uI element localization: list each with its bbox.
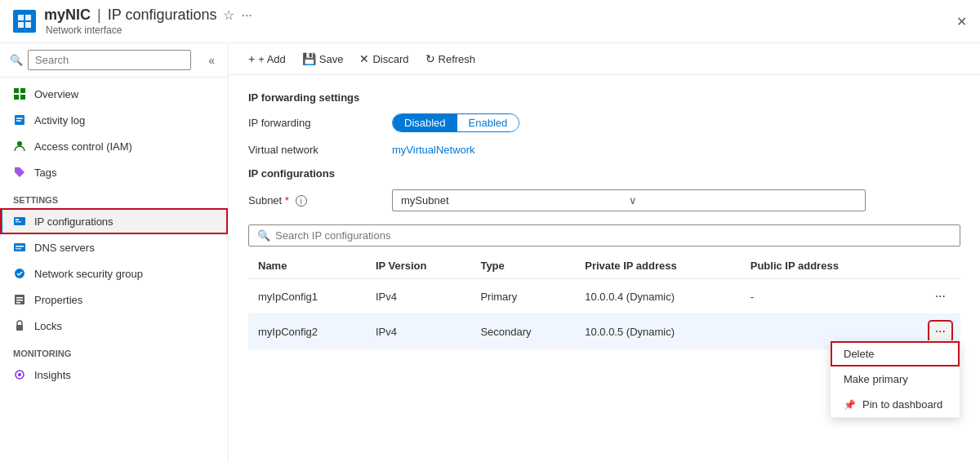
save-label: Save: [319, 53, 344, 65]
row2-ip-version: IPv4: [366, 314, 471, 349]
discard-button[interactable]: ✕ Discard: [353, 48, 415, 69]
required-indicator: *: [285, 194, 289, 207]
subnet-row: Subnet * i mySubnet ∨: [248, 189, 960, 211]
content-area: + + Add 💾 Save ✕ Discard ↻ Refresh: [229, 43, 980, 462]
virtual-network-row: Virtual network myVirtualNetwork: [248, 144, 960, 156]
page-title: IP configurations: [108, 7, 217, 24]
properties-icon: [13, 293, 26, 306]
svg-rect-8: [15, 115, 24, 125]
row1-actions: ···: [901, 279, 960, 314]
activity-log-icon: [13, 113, 26, 127]
refresh-label: Refresh: [439, 53, 476, 65]
ip-forwarding-section-title: IP forwarding settings: [248, 91, 960, 104]
svg-rect-7: [20, 95, 25, 100]
ip-forwarding-row: IP forwarding Disabled Enabled: [248, 113, 960, 132]
refresh-button[interactable]: ↻ Refresh: [419, 48, 483, 69]
row1-more-button[interactable]: ···: [930, 287, 951, 305]
table-search-icon: 🔍: [257, 229, 270, 242]
svg-rect-23: [16, 325, 23, 331]
svg-point-11: [17, 141, 22, 146]
table-row: myIpConfig1 IPv4 Primary 10.0.0.4 (Dynam…: [248, 279, 960, 314]
sidebar-item-network-security-group[interactable]: Network security group: [0, 260, 228, 287]
sidebar-nav: Overview Activity log Access control (IA…: [0, 78, 228, 462]
ip-config-icon: [13, 215, 26, 228]
col-header-private-ip: Private IP address: [575, 253, 741, 279]
tags-label: Tags: [34, 167, 56, 179]
sidebar-item-insights[interactable]: Insights: [0, 362, 228, 388]
sidebar-item-tags[interactable]: Tags: [0, 159, 228, 185]
ip-config-section-title: IP configurations: [248, 167, 960, 180]
context-menu-make-primary[interactable]: Make primary: [831, 366, 960, 392]
sidebar-search-container: 🔍 «: [0, 43, 228, 78]
svg-rect-15: [14, 243, 25, 251]
sidebar-collapse-button[interactable]: «: [205, 51, 218, 70]
context-menu-delete[interactable]: Delete: [831, 341, 960, 366]
svg-rect-17: [16, 248, 21, 250]
row1-private-ip: 10.0.0.4 (Dynamic): [575, 279, 741, 314]
sidebar-item-activity-log[interactable]: Activity log: [0, 107, 228, 133]
activity-log-label: Activity log: [34, 114, 85, 127]
locks-label: Locks: [34, 320, 62, 332]
col-header-ip-version: IP Version: [366, 253, 471, 279]
svg-rect-3: [25, 22, 31, 28]
pin-label: Pin to dashboard: [862, 398, 942, 411]
subnet-info-icon[interactable]: i: [296, 195, 307, 207]
resource-name: myNIC: [44, 7, 91, 24]
row2-type: Secondary: [470, 314, 575, 349]
svg-rect-5: [20, 88, 25, 93]
toggle-disabled[interactable]: Disabled: [393, 114, 457, 131]
table-search-container: 🔍: [248, 224, 960, 247]
svg-rect-14: [16, 221, 21, 223]
virtual-network-link[interactable]: myVirtualNetwork: [392, 144, 475, 156]
svg-rect-1: [25, 15, 31, 20]
monitoring-section-title: Monitoring: [0, 339, 228, 362]
properties-label: Properties: [34, 294, 82, 306]
row2-name: myIpConfig2: [248, 314, 366, 349]
sidebar-item-overview[interactable]: Overview: [0, 81, 228, 107]
search-input[interactable]: [28, 50, 191, 70]
subnet-dropdown[interactable]: mySubnet ∨: [392, 189, 866, 211]
table-search-input[interactable]: [275, 229, 951, 242]
save-icon: 💾: [302, 52, 316, 65]
sidebar-item-properties[interactable]: Properties: [0, 287, 228, 313]
refresh-icon: ↻: [425, 52, 435, 65]
sidebar: 🔍 « Overview Activity lo: [0, 43, 229, 462]
resource-type: Network interface: [46, 24, 122, 38]
save-button[interactable]: 💾 Save: [296, 48, 350, 69]
ip-forwarding-toggle[interactable]: Disabled Enabled: [392, 113, 519, 132]
row1-public-ip: -: [741, 279, 901, 314]
col-header-public-ip: Public IP address: [741, 253, 901, 279]
sidebar-item-ip-configurations[interactable]: IP configurations: [0, 208, 228, 234]
favorite-icon[interactable]: ☆: [223, 7, 234, 23]
access-control-icon: [13, 140, 26, 153]
svg-rect-21: [16, 300, 23, 301]
title-bar: myNIC | IP configurations ☆ ··· Network …: [0, 0, 980, 43]
virtual-network-label: Virtual network: [248, 144, 379, 156]
add-label: + Add: [258, 53, 286, 65]
dns-label: DNS servers: [34, 242, 95, 254]
settings-section-title: Settings: [0, 185, 228, 208]
locks-icon: [13, 319, 26, 332]
title-more-icon[interactable]: ···: [241, 8, 252, 23]
add-button[interactable]: + + Add: [242, 48, 292, 69]
discard-label: Discard: [372, 53, 408, 65]
row2-actions: ··· Delete Make primary: [901, 314, 960, 349]
chevron-down-icon: ∨: [629, 194, 857, 207]
delete-label: Delete: [844, 348, 875, 360]
sidebar-item-locks[interactable]: Locks: [0, 313, 228, 339]
table-row: myIpConfig2 IPv4 Secondary 10.0.0.5 (Dyn…: [248, 314, 960, 349]
ip-forwarding-label: IP forwarding: [248, 117, 379, 129]
row2-more-button[interactable]: ···: [930, 322, 951, 340]
context-menu-pin[interactable]: 📌 Pin to dashboard: [831, 392, 960, 417]
context-menu: Delete Make primary 📌 Pin to dashboard: [830, 340, 960, 418]
subnet-label: Subnet * i: [248, 194, 379, 207]
sidebar-item-dns-servers[interactable]: DNS servers: [0, 234, 228, 260]
sidebar-item-access-control[interactable]: Access control (IAM): [0, 133, 228, 159]
svg-rect-0: [18, 15, 24, 20]
tags-icon: [13, 166, 26, 179]
toggle-enabled[interactable]: Enabled: [457, 114, 519, 131]
row1-ip-version: IPv4: [366, 279, 471, 314]
close-button[interactable]: ✕: [956, 14, 967, 29]
insights-label: Insights: [34, 369, 71, 381]
insights-icon: [13, 368, 26, 381]
